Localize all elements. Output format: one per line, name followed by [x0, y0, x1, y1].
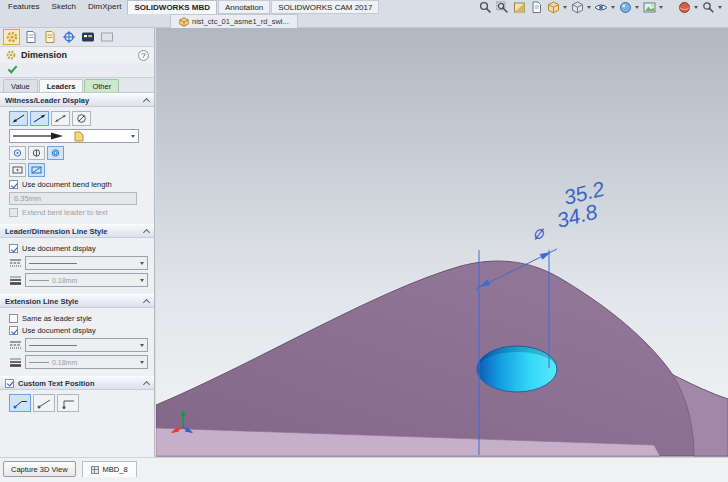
section-custom-text-position[interactable]: Custom Text Position [0, 376, 154, 390]
checkbox-icon [9, 208, 18, 217]
ok-button[interactable] [8, 63, 18, 73]
leader-both-button[interactable] [51, 111, 70, 126]
arrowhead-position-buttons [9, 146, 148, 160]
configurationmanager-tab-icon[interactable] [22, 29, 39, 45]
arrowhead-inside-button[interactable] [28, 146, 45, 160]
propertymanager-tab-gear-icon[interactable] [3, 29, 20, 45]
extend-bent-leader-checkbox: Extend bent leader to text [9, 208, 148, 217]
leader-right-button[interactable] [30, 111, 49, 126]
collapse-chevron-icon[interactable] [143, 298, 150, 305]
leader-display-buttons [9, 163, 148, 177]
apply-scene-caret-icon[interactable] [659, 6, 663, 9]
hide-show-caret-icon[interactable] [611, 6, 615, 9]
tab-dimxpert[interactable]: DimXpert [82, 0, 127, 14]
checkbox-label: Use document display [22, 244, 96, 253]
custom-text-position-content [0, 390, 154, 419]
same-as-leader-style-checkbox[interactable]: Same as leader style [9, 314, 148, 323]
line-thickness-icon [9, 274, 22, 286]
tab-solidworks-mbd[interactable]: SOLIDWORKS MBD [127, 0, 217, 14]
section-leader-dimension-line-style[interactable]: Leader/Dimension Line Style [0, 224, 154, 238]
search-icon[interactable] [701, 1, 715, 14]
zoom-area-icon[interactable] [495, 1, 509, 14]
capture-3d-view-button[interactable]: Capture 3D View [3, 461, 76, 477]
leader-left-button[interactable] [9, 111, 28, 126]
tab-solidworks-cam[interactable]: SOLIDWORKS CAM 2017 [271, 0, 379, 14]
arrow-style-combo[interactable] [9, 129, 139, 143]
panel-title-row: Dimension ? [0, 47, 154, 63]
section-title: Extension Line Style [5, 297, 78, 306]
leader-bent-button[interactable] [28, 163, 45, 177]
options-caret-icon[interactable] [694, 6, 698, 9]
command-tabs-bar: Features Sketch DimXpert SOLIDWORKS MBD … [0, 0, 728, 14]
collapse-chevron-icon[interactable] [143, 380, 150, 387]
sheet-icon[interactable] [529, 1, 543, 14]
tab-value[interactable]: Value [3, 79, 38, 92]
leader-straight-button[interactable] [9, 163, 26, 177]
broken-leader-aligned-text-button[interactable] [33, 394, 55, 412]
custom-text-position-checkbox[interactable] [5, 379, 14, 388]
dimxpertmanager-tab-icon[interactable] [41, 29, 58, 45]
arrowhead-outside-button[interactable] [9, 146, 26, 160]
document-arrow-icon [74, 131, 84, 142]
view-heads-up-toolbar [478, 1, 728, 14]
diameter-symbol: ⌀ [530, 221, 547, 244]
use-document-display-checkbox[interactable]: Use document display [9, 244, 148, 253]
search-caret-icon[interactable] [718, 6, 722, 9]
arrowhead-smart-button[interactable] [47, 146, 64, 160]
tab-sketch[interactable]: Sketch [46, 0, 82, 14]
line-style-row [9, 256, 148, 270]
view-orientation-caret-icon[interactable] [563, 6, 567, 9]
view-tab-mbd8[interactable]: MBD_8 [82, 461, 137, 477]
panel-body: Witness/Leader Display [0, 93, 154, 419]
apply-scene-icon[interactable] [642, 1, 656, 14]
display-style-caret-icon[interactable] [587, 6, 591, 9]
panel-title: Dimension [21, 50, 67, 60]
dimension-lower-value[interactable]: 34.8 [554, 200, 600, 232]
hide-show-items-icon[interactable] [594, 1, 608, 14]
zoom-fit-icon[interactable] [478, 1, 492, 14]
tab-features[interactable]: Features [2, 0, 46, 14]
line-style-caret-icon [140, 262, 144, 265]
options-sphere-icon[interactable] [677, 1, 691, 14]
section-view-icon[interactable] [512, 1, 526, 14]
tab-other[interactable]: Other [84, 79, 119, 92]
ext-line-style-row [9, 338, 148, 352]
line-thickness-combo: 0.18mm [25, 273, 148, 287]
line-thickness-row: 0.18mm [9, 273, 148, 287]
document-tab-bar: nist_ctc_01_asme1_rd_swl... [0, 14, 728, 28]
checkbox-icon [9, 244, 18, 253]
part-top-face[interactable] [156, 261, 728, 456]
graphics-viewport[interactable]: ⌀ 35.2 34.8 [156, 28, 728, 457]
section-witness-leader-display[interactable]: Witness/Leader Display [0, 93, 154, 107]
collapse-chevron-icon[interactable] [143, 228, 150, 235]
manager-tab-strip [0, 28, 154, 47]
line-thickness-value: 0.18mm [52, 359, 77, 366]
line-style-icon [9, 257, 22, 269]
edit-appearance-caret-icon[interactable] [635, 6, 639, 9]
no-leader-button[interactable] [72, 111, 91, 126]
broken-leader-horizontal-text-button[interactable] [9, 394, 31, 412]
displaymanager-tab-target-icon[interactable] [60, 29, 77, 45]
mbd-dark-tab-icon[interactable] [79, 29, 96, 45]
tab-leaders[interactable]: Leaders [39, 79, 84, 92]
document-tab[interactable]: nist_ctc_01_asme1_rd_swl... [170, 14, 298, 28]
extension-line-style-content: Same as leader style Use document displa… [0, 308, 154, 376]
bent-leader-text-button[interactable] [57, 394, 79, 412]
more-manager-tab-icon[interactable] [98, 29, 115, 45]
checkbox-label: Same as leader style [22, 314, 92, 323]
collapse-chevron-icon[interactable] [143, 97, 150, 104]
use-document-display-checkbox-2[interactable]: Use document display [9, 326, 148, 335]
section-extension-line-style[interactable]: Extension Line Style [0, 294, 154, 308]
view-orientation-icon[interactable] [546, 1, 560, 14]
document-tab-label: nist_ctc_01_asme1_rd_swl... [192, 17, 289, 26]
line-thickness-icon [9, 356, 22, 368]
display-style-icon[interactable] [570, 1, 584, 14]
ext-line-thickness-row: 0.18mm [9, 355, 148, 369]
checkbox-icon [9, 326, 18, 335]
line-style-sample [29, 263, 77, 264]
use-document-bend-length-checkbox[interactable]: Use document bend length [9, 180, 148, 189]
tab-annotation[interactable]: Annotation [218, 0, 270, 14]
help-icon[interactable]: ? [138, 50, 149, 61]
leader-line-style-content: Use document display [0, 238, 154, 294]
edit-appearance-icon[interactable] [618, 1, 632, 14]
